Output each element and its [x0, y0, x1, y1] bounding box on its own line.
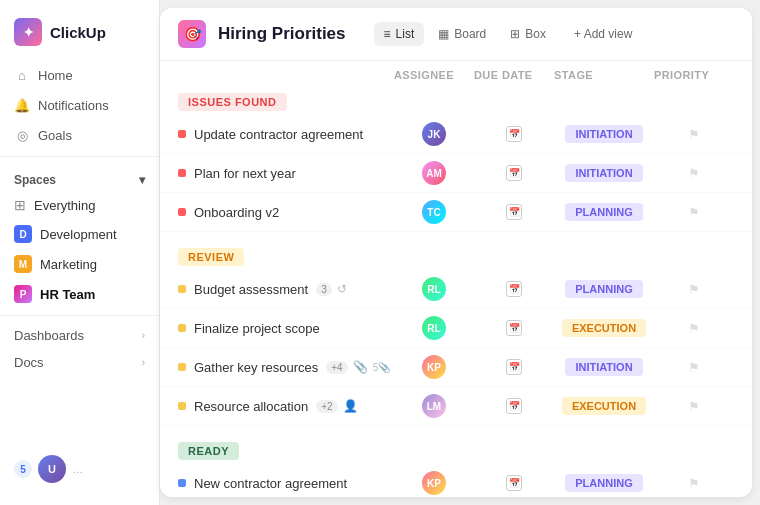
- table-row[interactable]: Resource allocation +2 👤 LM 📅 EXECUTION …: [160, 387, 752, 426]
- sidebar: ✦ ClickUp ⌂ Home 🔔 Notifications ◎ Goals…: [0, 0, 160, 505]
- assignee-cell: RL: [394, 277, 474, 301]
- task-name: Budget assessment 3 ↺: [178, 282, 394, 297]
- avatar-chevron-icon: …: [72, 463, 83, 475]
- section-review: REVIEW Budget assessment 3 ↺ RL 📅 PLANNI…: [160, 240, 752, 426]
- stage-cell: EXECUTION: [554, 397, 654, 415]
- project-icon: 🎯: [178, 20, 206, 48]
- paperclip-icon: 📎: [353, 360, 368, 374]
- chevron-down-icon: ▾: [139, 173, 145, 187]
- person-icon: 👤: [343, 399, 358, 413]
- tab-box[interactable]: ⊞ Box: [500, 22, 556, 46]
- calendar-icon: 📅: [506, 281, 522, 297]
- section-issues-found: ISSUES FOUND Update contractor agreement…: [160, 85, 752, 232]
- task-name: Onboarding v2: [178, 205, 394, 220]
- task-extras: +2 👤: [316, 399, 357, 413]
- goals-icon: ◎: [14, 127, 30, 143]
- avatar: KP: [422, 471, 446, 495]
- calendar-icon: 📅: [506, 204, 522, 220]
- flag-icon: ⚑: [686, 165, 702, 181]
- due-date-cell: 📅: [474, 398, 554, 414]
- sidebar-item-label: Development: [40, 227, 117, 242]
- sidebar-item-marketing[interactable]: M Marketing: [0, 249, 159, 279]
- assignee-cell: AM: [394, 161, 474, 185]
- stage-badge: PLANNING: [565, 280, 642, 298]
- table-row[interactable]: Budget assessment 3 ↺ RL 📅 PLANNING ⚑: [160, 270, 752, 309]
- priority-cell: ⚑: [654, 359, 734, 375]
- table-row[interactable]: Update contractor agreement JK 📅 INITIAT…: [160, 115, 752, 154]
- chevron-right-icon: ›: [142, 330, 145, 341]
- avatar[interactable]: U: [38, 455, 66, 483]
- spaces-header: Spaces ▾: [0, 163, 159, 191]
- priority-cell: ⚑: [654, 281, 734, 297]
- stage-badge: EXECUTION: [562, 397, 646, 415]
- due-date-cell: 📅: [474, 475, 554, 491]
- sidebar-item-label: Home: [38, 68, 73, 83]
- sidebar-item-label: Notifications: [38, 98, 109, 113]
- task-name: Plan for next year: [178, 166, 394, 181]
- marketing-icon: M: [14, 255, 32, 273]
- avatar: KP: [422, 355, 446, 379]
- task-color-dot: [178, 285, 186, 293]
- task-color-dot: [178, 402, 186, 410]
- bell-icon: 🔔: [14, 97, 30, 113]
- main-panel: 🎯 Hiring Priorities ≡ List ▦ Board ⊞ Box…: [160, 8, 752, 497]
- priority-cell: ⚑: [654, 204, 734, 220]
- task-name: Update contractor agreement: [178, 127, 394, 142]
- priority-cell: ⚑: [654, 320, 734, 336]
- due-date-cell: 📅: [474, 320, 554, 336]
- sidebar-item-label: Everything: [34, 198, 95, 213]
- avatar: RL: [422, 316, 446, 340]
- flag-icon: ⚑: [686, 398, 702, 414]
- sidebar-item-goals[interactable]: ◎ Goals: [0, 120, 159, 150]
- sidebar-item-home[interactable]: ⌂ Home: [0, 60, 159, 90]
- section-ready: READY New contractor agreement KP 📅 PLAN…: [160, 434, 752, 497]
- stage-badge: INITIATION: [565, 358, 642, 376]
- calendar-icon: 📅: [506, 126, 522, 142]
- due-date-cell: 📅: [474, 126, 554, 142]
- box-icon: ⊞: [510, 27, 520, 41]
- flag-icon: ⚑: [686, 126, 702, 142]
- task-extras: +4 📎 5📎: [326, 360, 390, 374]
- main-header: 🎯 Hiring Priorities ≡ List ▦ Board ⊞ Box…: [160, 8, 752, 61]
- priority-cell: ⚑: [654, 475, 734, 491]
- assignee-cell: JK: [394, 122, 474, 146]
- table-row[interactable]: Onboarding v2 TC 📅 PLANNING ⚑: [160, 193, 752, 232]
- table-row[interactable]: Gather key resources +4 📎 5📎 KP 📅 INITIA…: [160, 348, 752, 387]
- calendar-icon: 📅: [506, 359, 522, 375]
- sidebar-item-hr-team[interactable]: P HR Team: [0, 279, 159, 309]
- stage-badge: INITIATION: [565, 164, 642, 182]
- assignee-cell: KP: [394, 471, 474, 495]
- flag-icon: ⚑: [686, 281, 702, 297]
- sidebar-item-everything[interactable]: ⊞ Everything: [0, 191, 159, 219]
- stage-cell: PLANNING: [554, 474, 654, 492]
- logo: ✦ ClickUp: [0, 12, 159, 60]
- priority-cell: ⚑: [654, 165, 734, 181]
- sidebar-item-development[interactable]: D Development: [0, 219, 159, 249]
- calendar-icon: 📅: [506, 320, 522, 336]
- sidebar-item-dashboards[interactable]: Dashboards ›: [0, 322, 159, 349]
- task-extras: 3 ↺: [316, 282, 347, 296]
- stage-badge: EXECUTION: [562, 319, 646, 337]
- chevron-right-icon: ›: [142, 357, 145, 368]
- flag-icon: ⚑: [686, 475, 702, 491]
- due-date-cell: 📅: [474, 359, 554, 375]
- table-row[interactable]: Plan for next year AM 📅 INITIATION ⚑: [160, 154, 752, 193]
- assignee-cell: LM: [394, 394, 474, 418]
- task-name: Finalize project scope: [178, 321, 394, 336]
- sidebar-item-notifications[interactable]: 🔔 Notifications: [0, 90, 159, 120]
- sidebar-item-label: Goals: [38, 128, 72, 143]
- priority-cell: ⚑: [654, 398, 734, 414]
- table-row[interactable]: New contractor agreement KP 📅 PLANNING ⚑: [160, 464, 752, 497]
- avatar: TC: [422, 200, 446, 224]
- sidebar-item-docs[interactable]: Docs ›: [0, 349, 159, 376]
- table-row[interactable]: Finalize project scope RL 📅 EXECUTION ⚑: [160, 309, 752, 348]
- task-color-dot: [178, 479, 186, 487]
- task-name: New contractor agreement: [178, 476, 394, 491]
- tab-list[interactable]: ≡ List: [374, 22, 425, 46]
- column-headers: ASSIGNEE DUE DATE STAGE PRIORITY: [160, 61, 752, 85]
- priority-cell: ⚑: [654, 126, 734, 142]
- tab-board[interactable]: ▦ Board: [428, 22, 496, 46]
- user-section: 5 U …: [0, 445, 159, 493]
- flag-icon: ⚑: [686, 359, 702, 375]
- add-view-button[interactable]: + Add view: [564, 22, 642, 46]
